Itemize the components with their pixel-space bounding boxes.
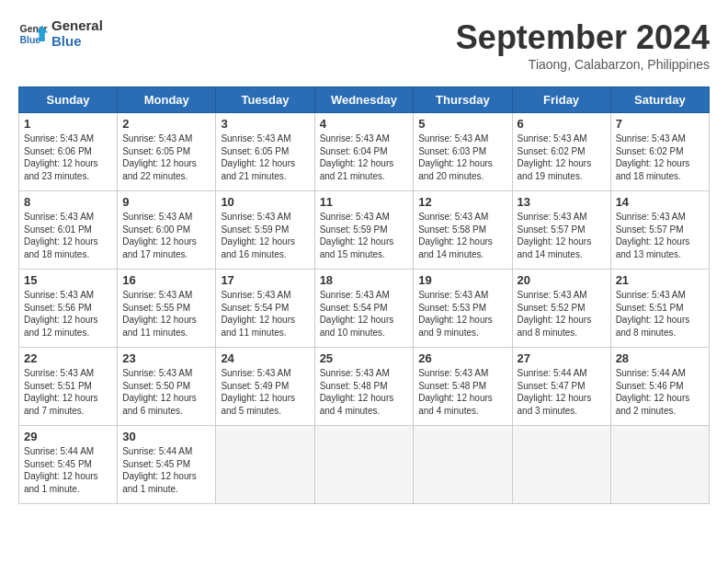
- daylight-label: Daylight: 12 hours and 18 minutes.: [24, 236, 98, 259]
- sunset-label: Sunset: 5:53 PM: [418, 303, 486, 313]
- day-cell-14: 14 Sunrise: 5:43 AM Sunset: 5:57 PM Dayl…: [610, 191, 709, 270]
- daylight-label: Daylight: 12 hours and 8 minutes.: [616, 315, 690, 338]
- day-info: Sunrise: 5:43 AM Sunset: 5:53 PM Dayligh…: [418, 289, 506, 339]
- day-cell-21: 21 Sunrise: 5:43 AM Sunset: 5:51 PM Dayl…: [610, 270, 709, 348]
- daylight-label: Daylight: 12 hours and 16 minutes.: [221, 236, 295, 259]
- daylight-label: Daylight: 12 hours and 14 minutes.: [518, 236, 592, 259]
- day-info: Sunrise: 5:43 AM Sunset: 6:00 PM Dayligh…: [122, 211, 210, 260]
- day-cell-4: 4 Sunrise: 5:43 AM Sunset: 6:04 PM Dayli…: [314, 113, 414, 191]
- day-info: Sunrise: 5:43 AM Sunset: 6:05 PM Dayligh…: [221, 132, 309, 182]
- day-cell-5: 5 Sunrise: 5:43 AM Sunset: 6:03 PM Dayli…: [414, 113, 512, 191]
- day-number: 8: [24, 195, 112, 209]
- day-info: Sunrise: 5:43 AM Sunset: 5:56 PM Dayligh…: [24, 289, 112, 339]
- day-number: 14: [616, 195, 704, 209]
- sunset-label: Sunset: 5:55 PM: [122, 303, 190, 313]
- logo-general: General: [51, 18, 103, 34]
- daylight-label: Daylight: 12 hours and 20 minutes.: [418, 158, 493, 181]
- sunrise-label: Sunrise: 5:43 AM: [418, 212, 488, 222]
- sunset-label: Sunset: 5:54 PM: [221, 303, 289, 313]
- day-number: 28: [616, 351, 704, 365]
- day-info: Sunrise: 5:43 AM Sunset: 6:02 PM Dayligh…: [616, 132, 704, 182]
- day-number: 13: [518, 195, 606, 209]
- day-cell-11: 11 Sunrise: 5:43 AM Sunset: 5:59 PM Dayl…: [314, 191, 414, 270]
- empty-cell: [512, 426, 610, 504]
- sunrise-label: Sunrise: 5:43 AM: [518, 133, 587, 144]
- sunrise-label: Sunrise: 5:43 AM: [418, 368, 488, 378]
- logo-icon: General Blue: [18, 19, 48, 49]
- sunset-label: Sunset: 6:02 PM: [518, 146, 586, 156]
- day-cell-19: 19 Sunrise: 5:43 AM Sunset: 5:53 PM Dayl…: [414, 270, 512, 348]
- daylight-label: Daylight: 12 hours and 5 minutes.: [221, 393, 295, 416]
- day-info: Sunrise: 5:44 AM Sunset: 5:45 PM Dayligh…: [122, 445, 210, 495]
- week-row-3: 15 Sunrise: 5:43 AM Sunset: 5:56 PM Dayl…: [19, 270, 710, 348]
- logo-blue: Blue: [51, 34, 103, 50]
- sunrise-label: Sunrise: 5:43 AM: [24, 133, 94, 144]
- day-cell-24: 24 Sunrise: 5:43 AM Sunset: 5:49 PM Dayl…: [216, 348, 314, 426]
- day-cell-26: 26 Sunrise: 5:43 AM Sunset: 5:48 PM Dayl…: [414, 348, 512, 426]
- day-cell-20: 20 Sunrise: 5:43 AM Sunset: 5:52 PM Dayl…: [512, 270, 610, 348]
- daylight-label: Daylight: 12 hours and 2 minutes.: [616, 393, 690, 416]
- daylight-label: Daylight: 12 hours and 1 minute.: [24, 471, 98, 494]
- day-number: 19: [418, 273, 506, 287]
- day-number: 1: [24, 117, 112, 131]
- daylight-label: Daylight: 12 hours and 19 minutes.: [518, 158, 592, 181]
- location: Tiaong, Calabarzon, Philippines: [456, 57, 710, 72]
- day-number: 4: [320, 117, 409, 131]
- day-number: 22: [24, 351, 112, 365]
- daylight-label: Daylight: 12 hours and 3 minutes.: [518, 393, 592, 416]
- sunrise-label: Sunrise: 5:43 AM: [24, 212, 94, 222]
- col-sunday: Sunday: [19, 87, 118, 113]
- sunset-label: Sunset: 6:06 PM: [24, 146, 92, 156]
- day-cell-15: 15 Sunrise: 5:43 AM Sunset: 5:56 PM Dayl…: [19, 270, 118, 348]
- daylight-label: Daylight: 12 hours and 8 minutes.: [518, 315, 592, 338]
- day-info: Sunrise: 5:43 AM Sunset: 5:57 PM Dayligh…: [518, 211, 606, 260]
- sunrise-label: Sunrise: 5:43 AM: [122, 290, 192, 300]
- day-info: Sunrise: 5:43 AM Sunset: 5:48 PM Dayligh…: [320, 367, 409, 417]
- day-info: Sunrise: 5:43 AM Sunset: 6:02 PM Dayligh…: [518, 132, 606, 182]
- day-info: Sunrise: 5:43 AM Sunset: 6:05 PM Dayligh…: [122, 132, 210, 182]
- empty-cell: [314, 426, 414, 504]
- day-cell-1: 1 Sunrise: 5:43 AM Sunset: 6:06 PM Dayli…: [19, 113, 118, 191]
- daylight-label: Daylight: 12 hours and 6 minutes.: [122, 393, 197, 416]
- day-number: 12: [418, 195, 506, 209]
- sunrise-label: Sunrise: 5:43 AM: [518, 290, 587, 300]
- day-number: 6: [518, 117, 606, 131]
- day-cell-6: 6 Sunrise: 5:43 AM Sunset: 6:02 PM Dayli…: [512, 113, 610, 191]
- day-number: 27: [518, 351, 606, 365]
- daylight-label: Daylight: 12 hours and 4 minutes.: [418, 393, 493, 416]
- day-number: 16: [122, 273, 210, 287]
- day-info: Sunrise: 5:43 AM Sunset: 5:59 PM Dayligh…: [221, 211, 309, 260]
- sunrise-label: Sunrise: 5:43 AM: [221, 368, 290, 378]
- day-cell-10: 10 Sunrise: 5:43 AM Sunset: 5:59 PM Dayl…: [216, 191, 314, 270]
- daylight-label: Daylight: 12 hours and 23 minutes.: [24, 158, 98, 181]
- sunrise-label: Sunrise: 5:43 AM: [616, 212, 686, 222]
- day-info: Sunrise: 5:44 AM Sunset: 5:45 PM Dayligh…: [24, 445, 112, 495]
- sunrise-label: Sunrise: 5:43 AM: [320, 133, 390, 144]
- day-info: Sunrise: 5:43 AM Sunset: 6:04 PM Dayligh…: [320, 132, 409, 182]
- col-friday: Friday: [512, 87, 610, 113]
- day-number: 24: [221, 351, 309, 365]
- day-cell-9: 9 Sunrise: 5:43 AM Sunset: 6:00 PM Dayli…: [118, 191, 216, 270]
- day-cell-2: 2 Sunrise: 5:43 AM Sunset: 6:05 PM Dayli…: [118, 113, 216, 191]
- daylight-label: Daylight: 12 hours and 1 minute.: [122, 471, 197, 494]
- col-thursday: Thursday: [414, 87, 512, 113]
- sunset-label: Sunset: 6:04 PM: [320, 146, 388, 156]
- sunset-label: Sunset: 6:03 PM: [418, 146, 486, 156]
- sunset-label: Sunset: 5:59 PM: [221, 224, 289, 235]
- sunrise-label: Sunrise: 5:43 AM: [122, 212, 192, 222]
- daylight-label: Daylight: 12 hours and 22 minutes.: [122, 158, 197, 181]
- day-cell-29: 29 Sunrise: 5:44 AM Sunset: 5:45 PM Dayl…: [19, 426, 118, 504]
- sunrise-label: Sunrise: 5:43 AM: [616, 290, 686, 300]
- sunset-label: Sunset: 6:02 PM: [616, 146, 684, 156]
- sunrise-label: Sunrise: 5:43 AM: [221, 133, 290, 144]
- page-header: General Blue General Blue September 2024…: [18, 18, 710, 72]
- day-info: Sunrise: 5:43 AM Sunset: 5:51 PM Dayligh…: [616, 289, 704, 339]
- col-saturday: Saturday: [610, 87, 709, 113]
- day-number: 5: [418, 117, 506, 131]
- sunrise-label: Sunrise: 5:43 AM: [320, 212, 390, 222]
- day-number: 20: [518, 273, 606, 287]
- day-info: Sunrise: 5:43 AM Sunset: 5:48 PM Dayligh…: [418, 367, 506, 417]
- calendar-table: Sunday Monday Tuesday Wednesday Thursday…: [18, 86, 710, 504]
- sunset-label: Sunset: 6:01 PM: [24, 224, 92, 235]
- sunrise-label: Sunrise: 5:43 AM: [616, 133, 686, 144]
